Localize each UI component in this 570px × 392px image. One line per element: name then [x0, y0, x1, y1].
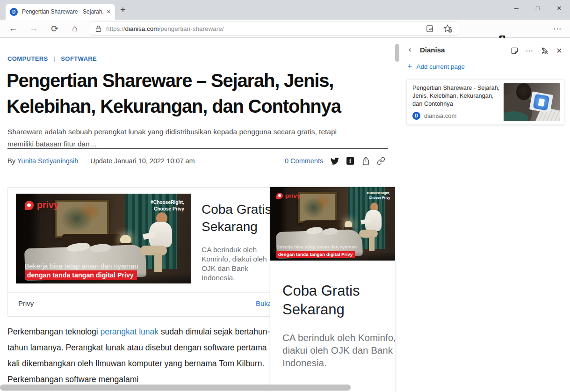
tab-favicon: D: [10, 8, 18, 16]
privy-logo: privy: [276, 192, 300, 199]
tab-close-icon[interactable]: ✕: [107, 9, 111, 15]
unpin-icon[interactable]: [539, 45, 549, 56]
vertical-scrollbar[interactable]: [395, 44, 399, 62]
divider: [7, 148, 388, 149]
floating-ad-heading[interactable]: Coba Gratis Sekarang: [282, 282, 389, 319]
ad-heading[interactable]: Coba Gratis Sekarang: [202, 201, 277, 235]
url-text: https://dianisa.com/pengertian-shareware…: [106, 25, 224, 32]
painting-graphic: [55, 200, 109, 238]
forward-button: →: [28, 20, 40, 37]
add-current-page-button[interactable]: + Add current page: [407, 62, 465, 72]
window-controls: ─ □ ✕: [505, 0, 570, 16]
read-aloud-icon[interactable]: [426, 25, 436, 33]
byline: By Yunita Setiyaningsih Update Januari 1…: [7, 157, 195, 165]
add-note-icon[interactable]: [509, 45, 519, 56]
ad-caption-line2: dengan tanda tangan digital Privy: [276, 251, 355, 258]
home-button[interactable]: ⌂: [69, 20, 81, 37]
lock-icon: [95, 25, 101, 32]
ad-image-privy[interactable]: privy #ChooseRight,Choose Privy Bekerja …: [16, 194, 191, 283]
floating-ad-image-privy[interactable]: privy #ChooseRight,Choose Privy Bekerja …: [270, 187, 395, 261]
collections-side-panel: ‹ Dianisa ⋯ ✕ + Add current page Pengert…: [400, 38, 570, 392]
byline-by: By: [7, 157, 15, 165]
comments-link[interactable]: 0 Comments: [285, 157, 323, 165]
collection-item-title: Pengertian Shareware - Sejarah, Jenis, K…: [412, 84, 503, 108]
breadcrumb-separator: ❘: [52, 56, 57, 62]
facebook-share-icon[interactable]: f: [346, 156, 355, 166]
collection-title: Dianisa: [420, 46, 445, 54]
privy-logo-icon: [276, 193, 283, 199]
breadcrumb: COMPUTERS ❘ SOFTWARE: [7, 55, 97, 62]
page-title: Pengertian Shareware – Sejarah, Jenis, K…: [7, 68, 381, 119]
ad-advertiser-label: Privy: [18, 299, 34, 307]
browser-window: D Pengertian Shareware - Sejarah, ✕ + ─ …: [0, 0, 570, 392]
update-date: Update Januari 10, 2022 10:07 am: [90, 157, 195, 165]
privy-logo: privy: [25, 200, 59, 211]
laptop-photo-graphic: [504, 83, 560, 121]
ad-caption-line1: Bekerja bisa tetap aman dan nyaman: [276, 244, 357, 249]
browser-toolbar: ← → ⟳ ⌂ https://dianisa.com/pengertian-s…: [0, 20, 570, 38]
ad-open-button[interactable]: Buka: [256, 299, 272, 307]
panel-more-icon[interactable]: ⋯: [524, 45, 534, 56]
address-bar[interactable]: https://dianisa.com/pengertian-shareware…: [90, 22, 458, 36]
floating-ad: privy #ChooseRight,Choose Privy Bekerja …: [270, 187, 395, 392]
site-favicon: D: [412, 112, 420, 120]
share-icon[interactable]: [361, 156, 370, 166]
ad-caption-line1: Bekerja bisa tetap aman dan nyaman: [25, 262, 138, 270]
content-top-border: [0, 40, 400, 40]
panel-back-chevron-icon[interactable]: ‹: [409, 45, 411, 54]
window-close-button[interactable]: ✕: [548, 0, 570, 16]
tab-title: Pengertian Shareware - Sejarah,: [22, 8, 104, 15]
privy-logo-icon: [25, 201, 34, 210]
article-paragraph: Perkembangan teknologi perangkat lunak s…: [7, 324, 272, 387]
ad-hashtag: #ChooseRight,Choose Privy: [367, 191, 390, 201]
collection-item-source: D dianisa.com: [412, 112, 456, 120]
collection-item-thumbnail: [504, 83, 560, 121]
floating-ad-body-text: CA berinduk oleh Kominfo, diakui oleh OJ…: [282, 331, 395, 369]
collection-item-card[interactable]: Pengertian Shareware - Sejarah, Jenis, K…: [406, 79, 564, 125]
site-domain: dianisa.com: [424, 112, 456, 119]
breadcrumb-software[interactable]: SOFTWARE: [61, 55, 97, 62]
settings-menu-button[interactable]: ⋯: [551, 20, 564, 37]
article-excerpt: Shareware adalah sebuah perangkat lunak …: [7, 126, 356, 150]
back-button[interactable]: ←: [7, 20, 19, 37]
ad-caption-line2: dengan tanda tangan digital Privy: [25, 270, 137, 280]
refresh-button[interactable]: ⟳: [49, 20, 61, 37]
tab-bar: D Pengertian Shareware - Sejarah, ✕ + ─ …: [0, 0, 570, 20]
twitter-share-icon[interactable]: [330, 156, 339, 166]
author-link[interactable]: Yunita Setiyaningsih: [17, 157, 79, 165]
panel-close-icon[interactable]: ✕: [554, 45, 564, 56]
minimize-button[interactable]: ─: [505, 0, 527, 16]
ad-hashtag: #ChooseRight,Choose Privy: [151, 199, 184, 213]
browser-tab[interactable]: D Pengertian Shareware - Sejarah, ✕: [6, 4, 115, 20]
inline-link-perangkat-lunak[interactable]: perangkat lunak: [100, 327, 159, 336]
copy-link-icon[interactable]: [376, 156, 386, 166]
add-favorite-star-icon[interactable]: [443, 24, 453, 33]
ad-body-text: CA berinduk oleh Kominfo, diakui oleh OJ…: [202, 245, 277, 283]
new-tab-button[interactable]: +: [120, 5, 126, 15]
maximize-button[interactable]: □: [527, 0, 548, 16]
breadcrumb-computers[interactable]: COMPUTERS: [7, 55, 48, 62]
horizontal-scrollbar[interactable]: [0, 385, 351, 391]
plus-icon: +: [407, 62, 412, 72]
